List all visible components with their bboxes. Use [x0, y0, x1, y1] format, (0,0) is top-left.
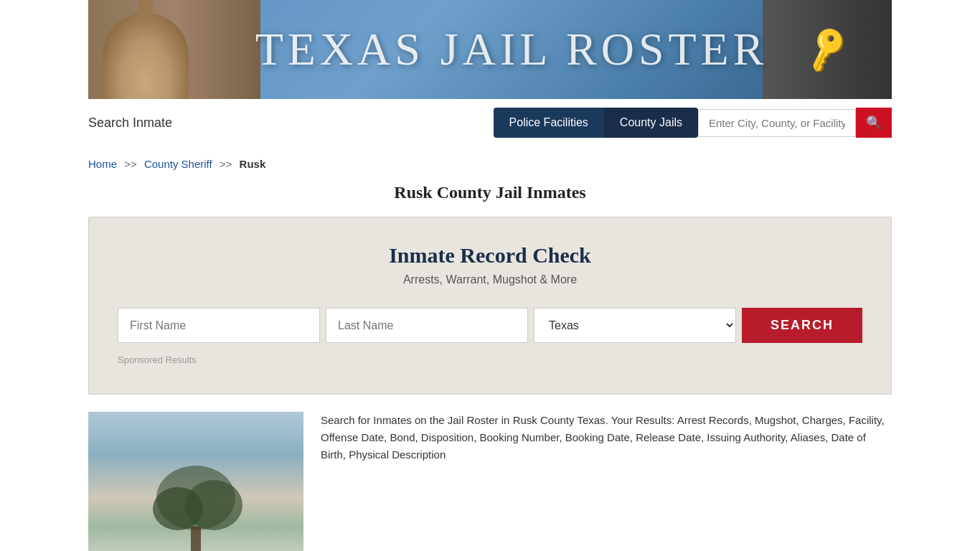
- breadcrumb-current: Rusk: [240, 158, 266, 170]
- site-title: Texas Jail Roster: [255, 23, 768, 76]
- page-title: Rusk County Jail Inmates: [0, 183, 980, 202]
- inmate-record-check-box: Inmate Record Check Arrests, Warrant, Mu…: [88, 217, 892, 395]
- police-facilities-button[interactable]: Police Facilities: [494, 108, 604, 138]
- inmate-check-subtitle: Arrests, Warrant, Mugshot & More: [118, 273, 862, 286]
- breadcrumb-home-link[interactable]: Home: [88, 158, 117, 170]
- facility-search-button[interactable]: 🔍: [856, 108, 892, 138]
- breadcrumb-sep1: >>: [124, 158, 137, 170]
- bottom-image: [88, 412, 303, 551]
- navbar: Search Inmate Police Facilities County J…: [88, 99, 892, 146]
- state-select[interactable]: AlabamaAlaskaArizonaArkansasCaliforniaCo…: [534, 308, 736, 343]
- banner-right-image: 🔑: [763, 0, 892, 99]
- capitol-dome: [103, 13, 189, 99]
- facility-search-input[interactable]: [698, 109, 856, 137]
- inmate-search-row: AlabamaAlaskaArizonaArkansasCaliforniaCo…: [118, 308, 862, 343]
- breadcrumb-county-link[interactable]: County Sheriff: [144, 158, 212, 170]
- bottom-section: Search for Inmates on the Jail Roster in…: [88, 412, 892, 551]
- keys-icon: 🔑: [800, 23, 854, 75]
- banner-left-image: [88, 0, 260, 99]
- breadcrumb-sep2: >>: [220, 158, 232, 170]
- breadcrumb: Home >> County Sheriff >> Rusk: [88, 158, 892, 170]
- nav-buttons: Police Facilities County Jails 🔍: [494, 108, 892, 138]
- inmate-check-title: Inmate Record Check: [118, 243, 862, 268]
- county-jails-button[interactable]: County Jails: [604, 108, 698, 138]
- inmate-search-button[interactable]: Search: [742, 308, 862, 343]
- first-name-input[interactable]: [118, 308, 320, 343]
- sponsored-results-label: Sponsored Results: [118, 354, 862, 365]
- tree-silhouette: [146, 455, 246, 551]
- header-banner: Texas Jail Roster 🔑: [88, 0, 892, 99]
- search-inmate-label: Search Inmate: [88, 116, 172, 131]
- svg-point-2: [185, 480, 242, 530]
- search-icon: 🔍: [866, 116, 882, 130]
- bottom-description: Search for Inmates on the Jail Roster in…: [321, 412, 892, 463]
- svg-rect-3: [191, 527, 201, 551]
- last-name-input[interactable]: [326, 308, 528, 343]
